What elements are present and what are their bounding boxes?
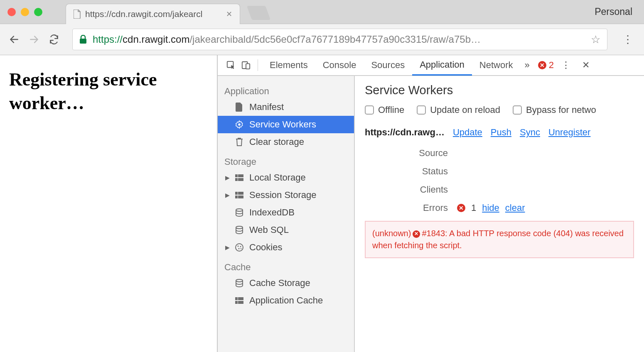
sidebar-item-websql[interactable]: Web SQL <box>218 221 354 239</box>
sidebar-item-local-storage[interactable]: ▶ Local Storage <box>218 169 354 186</box>
separator <box>258 59 258 71</box>
sidebar-item-service-workers[interactable]: Service Workers <box>218 116 354 133</box>
lock-icon <box>79 35 87 44</box>
sidebar-item-cache-storage[interactable]: Cache Storage <box>218 274 354 292</box>
svg-rect-22 <box>238 297 243 300</box>
address-bar[interactable]: https://cdn.rawgit.com/jakearchibald/5dc… <box>72 29 607 50</box>
checkbox-icon <box>365 105 374 115</box>
push-link[interactable]: Push <box>491 127 511 138</box>
sidebar-item-label: Local Storage <box>249 172 306 183</box>
offline-checkbox[interactable]: Offline <box>365 105 404 115</box>
panel-title: Service Workers <box>365 83 634 97</box>
sidebar-item-application-cache[interactable]: Application Cache <box>218 292 354 309</box>
expand-icon[interactable]: ▶ <box>225 192 230 198</box>
database-icon <box>234 279 244 287</box>
sidebar-item-session-storage[interactable]: ▶ Session Storage <box>218 186 354 204</box>
grid-icon <box>234 192 244 198</box>
svg-rect-8 <box>238 178 243 181</box>
browser-tab[interactable]: https://cdn.rawgit.com/jakearcl ✕ <box>66 4 240 24</box>
sidebar-item-clear-storage[interactable]: Clear storage <box>218 133 354 151</box>
svg-rect-7 <box>235 178 238 181</box>
clear-errors-link[interactable]: clear <box>505 203 525 213</box>
svg-rect-24 <box>238 301 243 304</box>
sw-options-row: Offline Update on reload Bypass for netw… <box>365 105 634 115</box>
sidebar-group-cache: Cache <box>218 256 354 274</box>
svg-point-15 <box>236 244 243 251</box>
tab-sources[interactable]: Sources <box>364 55 412 76</box>
error-icon: ✕ <box>457 204 465 212</box>
sw-error-message: (unknown)✕#1843: A bad HTTP response cod… <box>365 221 634 258</box>
error-source: (unknown) <box>372 229 411 238</box>
bypass-for-network-checkbox[interactable]: Bypass for netwo <box>513 105 596 115</box>
expand-icon[interactable]: ▶ <box>225 174 230 181</box>
error-icon: ✕ <box>413 230 420 238</box>
file-icon <box>74 10 81 19</box>
expand-icon[interactable]: ▶ <box>225 244 230 251</box>
devtools-body: Application Manifest Service Workers Cle… <box>218 76 644 352</box>
tab-title: https://cdn.rawgit.com/jakearcl <box>85 9 202 19</box>
grid-icon <box>234 297 244 304</box>
sidebar-item-label: Session Storage <box>249 190 316 200</box>
tab-console[interactable]: Console <box>315 55 364 76</box>
unregister-link[interactable]: Unregister <box>548 127 590 138</box>
tab-application[interactable]: Application <box>412 55 472 76</box>
sidebar-item-label: Web SQL <box>249 225 289 235</box>
page-content: Registering service worker… <box>0 55 217 352</box>
browser-titlebar: https://cdn.rawgit.com/jakearcl ✕ Person… <box>0 0 644 24</box>
sidebar-item-manifest[interactable]: Manifest <box>218 98 354 116</box>
svg-rect-10 <box>238 192 243 195</box>
sidebar-item-cookies[interactable]: ▶ Cookies <box>218 239 354 256</box>
svg-point-4 <box>238 123 241 126</box>
sidebar-group-storage: Storage <box>218 151 354 169</box>
tab-elements[interactable]: Elements <box>262 55 315 76</box>
sidebar-group-application: Application <box>218 80 354 98</box>
error-icon: ✕ <box>538 61 546 69</box>
maximize-window-button[interactable] <box>34 8 42 16</box>
page-heading: Registering service worker… <box>9 68 208 115</box>
sync-link[interactable]: Sync <box>520 127 540 138</box>
devtools-tabbar: Elements Console Sources Application Net… <box>218 55 644 76</box>
cookie-icon <box>234 243 244 252</box>
new-tab-button[interactable] <box>247 6 270 20</box>
device-toggle-icon[interactable] <box>238 58 253 73</box>
svg-rect-3 <box>246 64 250 69</box>
reload-button[interactable] <box>47 33 61 46</box>
grid-icon <box>234 174 244 181</box>
svg-point-19 <box>241 248 241 249</box>
svg-rect-9 <box>235 192 238 195</box>
profile-label[interactable]: Personal <box>595 6 632 17</box>
svg-rect-0 <box>80 39 86 44</box>
checkbox-icon <box>513 105 522 115</box>
sidebar-item-label: Application Cache <box>249 295 323 306</box>
devtools-menu-button[interactable]: ⋮ <box>557 60 575 71</box>
minimize-window-button[interactable] <box>21 8 29 16</box>
sidebar-item-label: Service Workers <box>249 119 316 130</box>
update-link[interactable]: Update <box>453 127 482 138</box>
sidebar-item-indexeddb[interactable]: IndexedDB <box>218 204 354 221</box>
svg-point-14 <box>236 226 243 229</box>
close-window-button[interactable] <box>7 8 16 16</box>
database-icon <box>234 226 244 234</box>
tabs-overflow-button[interactable]: » <box>520 60 533 71</box>
manifest-icon <box>234 103 244 112</box>
error-count-badge[interactable]: ✕ 2 <box>538 60 554 71</box>
devtools-close-button[interactable]: ✕ <box>578 60 594 71</box>
bookmark-star-icon[interactable]: ☆ <box>591 33 600 46</box>
svg-rect-21 <box>235 297 238 300</box>
application-sidebar: Application Manifest Service Workers Cle… <box>218 76 355 352</box>
svg-point-18 <box>238 248 240 249</box>
error-count: 2 <box>549 60 554 71</box>
back-button[interactable] <box>7 33 21 46</box>
forward-button[interactable] <box>27 33 41 46</box>
database-icon <box>234 208 244 217</box>
browser-menu-button[interactable]: ⋮ <box>619 33 637 46</box>
tab-network[interactable]: Network <box>472 55 521 76</box>
svg-rect-6 <box>238 174 243 177</box>
inspect-icon[interactable] <box>224 58 238 73</box>
sw-source-row: Source <box>365 148 634 159</box>
update-on-reload-checkbox[interactable]: Update on reload <box>417 105 500 115</box>
hide-errors-link[interactable]: hide <box>482 203 499 213</box>
sw-errors-row: Errors ✕ 1 hide clear <box>365 203 634 213</box>
sidebar-item-label: Cache Storage <box>249 278 310 288</box>
tab-close-button[interactable]: ✕ <box>226 10 232 19</box>
